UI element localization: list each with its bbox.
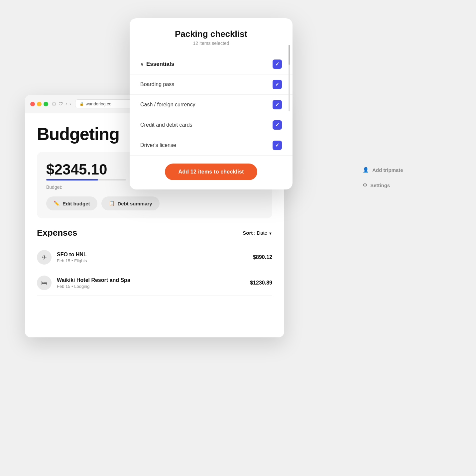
forward-icon[interactable]: › (69, 101, 71, 106)
packing-checklist-card: Packing checklist 12 items selected ∨ Es… (130, 18, 293, 189)
traffic-lights (30, 102, 48, 106)
budget-buttons: Edit budget Debt summary (46, 196, 263, 210)
browser-icons: ⊞ 🛡 ‹ › (52, 101, 71, 106)
item-label-cards: Credit and debit cards (140, 122, 192, 128)
expense-item-flight[interactable]: SFO to HNL Feb 15 • Flights $890.12 (37, 245, 272, 270)
settings-label: Settings (370, 182, 390, 188)
edit-budget-label: Edit budget (62, 201, 90, 206)
chevron-down-icon: ∨ (140, 61, 144, 67)
pencil-icon (54, 200, 60, 206)
gear-icon (363, 182, 367, 188)
scrollbar-track[interactable] (289, 45, 290, 111)
expense-amount-hotel: $1230.89 (250, 280, 272, 286)
item-checkbox-license[interactable] (273, 141, 282, 150)
expense-meta-hotel: Feb 15 • Lodging (57, 284, 245, 289)
add-tripmate-label: Add tripmate (372, 167, 403, 173)
settings-button[interactable]: Settings (357, 178, 445, 193)
scrollbar-thumb (289, 45, 290, 65)
address-text: wanderlog.co (86, 101, 111, 106)
shield-icon: 🛡 (59, 101, 63, 106)
checklist-section-essentials: ∨ Essentials Boarding pass Cash / foreig… (130, 54, 293, 156)
expense-meta-flight: Feb 15 • Flights (57, 258, 248, 263)
checklist-subtitle: 12 items selected (140, 41, 282, 46)
sort-arrow-icon (269, 230, 272, 236)
checklist-title: Packing checklist (140, 29, 282, 39)
sort-value: Date (257, 230, 267, 236)
item-checkbox-boarding-pass[interactable] (273, 80, 282, 89)
traffic-light-green[interactable] (44, 102, 48, 106)
checklist-item-cards[interactable]: Credit and debit cards (130, 115, 293, 135)
checklist-header: Packing checklist 12 items selected (130, 29, 293, 54)
debt-summary-label: Debt summary (118, 201, 152, 206)
expense-item-hotel[interactable]: Waikiki Hotel Resort and Spa Feb 15 • Lo… (37, 270, 272, 296)
traffic-light-yellow[interactable] (37, 102, 42, 106)
add-tripmate-button[interactable]: Add tripmate (357, 162, 445, 178)
expenses-header: Expenses Sort : Date (37, 228, 272, 238)
item-checkbox-cards[interactable] (273, 120, 282, 130)
settings-overlay: Add tripmate Settings (355, 160, 448, 195)
debt-summary-button[interactable]: Debt summary (101, 196, 160, 210)
sort-colon: : (254, 230, 255, 236)
budget-bar-fill (46, 179, 98, 180)
section-header-essentials[interactable]: ∨ Essentials (130, 54, 293, 74)
list-icon (109, 200, 115, 206)
add-to-checklist-button[interactable]: Add 12 items to checklist (165, 164, 257, 180)
expense-details-hotel: Waikiki Hotel Resort and Spa Feb 15 • Lo… (57, 277, 245, 289)
expense-amount-flight: $890.12 (253, 254, 272, 260)
expense-name-flight: SFO to HNL (57, 252, 248, 258)
back-icon[interactable]: ‹ (65, 101, 67, 106)
expense-icon-flight (37, 250, 52, 265)
checklist-item-license[interactable]: Driver's license (130, 135, 293, 156)
plane-icon (42, 253, 47, 261)
budget-progress-bar (46, 179, 126, 180)
expense-details-flight: SFO to HNL Feb 15 • Flights (57, 252, 248, 263)
person-icon (363, 167, 369, 173)
expense-icon-hotel (37, 276, 52, 290)
lock-icon: 🔒 (79, 102, 84, 106)
checklist-item-cash[interactable]: Cash / foreign currency (130, 95, 293, 115)
item-label-license: Driver's license (140, 142, 176, 148)
expense-name-hotel: Waikiki Hotel Resort and Spa (57, 277, 245, 283)
expenses-title: Expenses (37, 228, 77, 238)
item-label-boarding-pass: Boarding pass (140, 81, 174, 87)
section-label-essentials: ∨ Essentials (140, 61, 174, 67)
edit-budget-button[interactable]: Edit budget (46, 196, 97, 210)
checklist-item-boarding-pass[interactable]: Boarding pass (130, 74, 293, 95)
sort-control[interactable]: Sort : Date (243, 230, 272, 236)
sort-label: Sort (243, 230, 253, 236)
sidebar-toggle-icon[interactable]: ⊞ (52, 101, 56, 106)
item-checkbox-cash[interactable] (273, 100, 282, 109)
section-title-essentials: Essentials (146, 61, 174, 67)
traffic-light-red[interactable] (30, 102, 35, 106)
section-checkbox-essentials[interactable] (273, 60, 282, 69)
item-label-cash: Cash / foreign currency (140, 102, 195, 108)
bed-icon (41, 280, 47, 287)
